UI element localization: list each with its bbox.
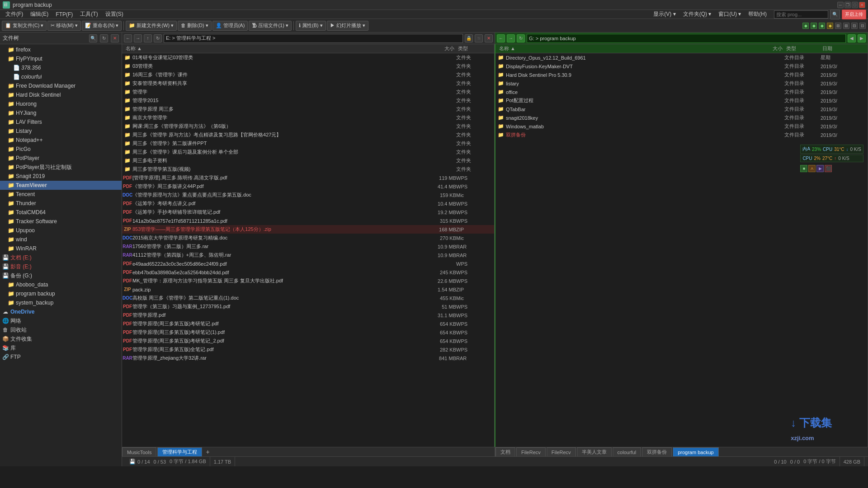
tree-item-huorong[interactable]: 📁 Huorong — [0, 99, 122, 108]
col-size[interactable]: 大小 — [420, 45, 456, 52]
tree-search-button[interactable]: 🔍 — [89, 34, 97, 42]
panel-grid-2[interactable]: ⊞ — [843, 23, 849, 29]
tree-refresh-button[interactable]: ↻ — [100, 34, 108, 42]
file-row[interactable]: 📁周三多《管理学》课后习题及案例分析 单个全部文件夹 — [122, 148, 494, 156]
new-folder-button[interactable]: 📁 新建文件夹(W) ▾ — [126, 21, 177, 31]
file-row[interactable]: 📁安泰管理类考研资料共享文件夹 — [122, 79, 494, 88]
file-row[interactable]: 📁网课:周三多《管理学原理与方法》（第6版）文件夹 — [122, 122, 494, 131]
tab-filerecv1[interactable]: FileRecv — [516, 447, 546, 456]
tab-musictools[interactable]: MusicTools — [122, 447, 156, 456]
panel-grid-4[interactable]: ⊟ — [859, 23, 866, 29]
tree-item-wind[interactable]: 📁 wind — [0, 235, 122, 244]
tree-item-potplayer2[interactable]: 📁 PotPlayer晨习社定制版 — [0, 163, 122, 172]
right-nav-forward[interactable]: → — [507, 34, 515, 42]
restore-button[interactable]: ❐ — [844, 2, 851, 8]
file-row[interactable]: 📁Windows_matlab文件目录2019/3/ — [495, 122, 868, 131]
tree-item-thunder[interactable]: 📁 Thunder — [0, 199, 122, 208]
file-row[interactable]: 📁双拼备份文件目录2019/3/ — [495, 131, 868, 139]
tree-section-g[interactable]: 💾 备份 (G:) — [0, 271, 122, 280]
tree-section-filecollect[interactable]: 📦 文件收集 — [0, 334, 122, 343]
file-row[interactable]: RAR管理学原理_zhejiang大学32讲.rar841 MBRAR — [122, 354, 494, 362]
file-row[interactable]: PDF[管理学原理].周三多.陈明传.高清文字版.pdf119 MBWPS — [122, 174, 494, 182]
tree-item-listary[interactable]: 📁 Listary — [0, 127, 122, 136]
move-button[interactable]: ✂ 移动(M) ▾ — [47, 21, 81, 31]
minimize-button[interactable]: ─ — [837, 2, 844, 8]
file-row[interactable]: 📁周三多《管理学 原与方法》考点精讲及复习思路【官网价格427元】文件夹 — [122, 131, 494, 139]
file-row[interactable]: PDF《运筹学》手抄考研辅导班详细笔记.pdf19.2 MBWPS — [122, 208, 494, 216]
tree-section-e-doc[interactable]: 💾 文档 (E:) — [0, 253, 122, 262]
upgrade-button[interactable]: 开启上传 — [842, 9, 866, 19]
panel-grid-1[interactable]: ⊞ — [835, 23, 841, 29]
rename-button[interactable]: 📝 重命名(N) ▾ — [82, 21, 122, 31]
tree-item-tencent[interactable]: 📁 Tencent — [0, 190, 122, 199]
file-row[interactable]: DOC2015南京大学管理学原理考研复习精编.doc270 KBMic — [122, 234, 494, 242]
file-row[interactable]: 📁16周三多《管理学》课件文件夹 — [122, 70, 494, 79]
file-row[interactable]: PDF管理学原理(周三多第五版)考研笔记(1).pdf654 KBWPS — [122, 328, 494, 337]
panel-green-3[interactable]: ◆ — [819, 23, 825, 29]
tree-section-library[interactable]: 📚 库 — [0, 343, 122, 352]
menu-file[interactable]: 文件(F) — [2, 10, 27, 19]
file-row[interactable]: 📁office文件目录2019/3/ — [495, 88, 868, 96]
menu-tools[interactable]: 工具(T) — [76, 10, 101, 19]
tray-icon-3[interactable]: ▶ — [816, 165, 824, 172]
file-row[interactable]: RAR41112管理学（第四版）+周三多、陈佐明.rar10.9 MBRAR — [122, 251, 494, 259]
left-address-bar[interactable]: E: > 管理科学与工程 > — [164, 34, 463, 43]
nav-back-button[interactable]: ← — [124, 34, 132, 42]
tree-item-lavfilters[interactable]: 📁 LAV Filters — [0, 117, 122, 127]
file-row[interactable]: PDF《运筹学》考研考点讲义.pdf10.4 MBWPS — [122, 199, 494, 208]
nav-up-button[interactable]: ↑ — [144, 34, 152, 42]
file-row[interactable]: 📁snagit2018key文件目录2019/3/ — [495, 113, 868, 122]
left-panel-close[interactable]: ✕ — [485, 34, 493, 42]
col-size[interactable]: 大小 — [748, 45, 784, 52]
menu-window[interactable]: 窗口(U) ▾ — [715, 10, 745, 19]
left-lock-button[interactable]: 🔒 — [465, 34, 473, 42]
right-nav-back[interactable]: ← — [497, 34, 505, 42]
search-input[interactable] — [774, 10, 828, 19]
file-row-selected[interactable]: ZIP853管理学——周三多管理学原理第五版笔记（本人125分）.zip168 … — [122, 225, 494, 234]
file-row[interactable]: 📁管理学2015文件夹 — [122, 96, 494, 105]
menu-view[interactable]: 显示(V) ▾ — [650, 10, 679, 19]
tree-item-aboboo[interactable]: 📁 Aboboo_data — [0, 280, 122, 289]
right-address-bar[interactable]: G: > program backup — [527, 34, 846, 43]
file-row[interactable]: 📁周三多电子资料文件夹 — [122, 156, 494, 165]
tray-icon-1[interactable]: ■ — [800, 165, 807, 172]
tab-programbackup[interactable]: program backup — [673, 447, 719, 456]
file-row[interactable]: 📁管理学原理 周三多文件夹 — [122, 105, 494, 113]
tree-item-flypyinput[interactable]: 📁 FlyPYInput — [0, 54, 122, 63]
tray-icon-2[interactable]: A — [808, 165, 816, 172]
nav-refresh-button[interactable]: ↻ — [154, 34, 162, 42]
tree-item-fdm[interactable]: 📁 Free Download Manager — [0, 81, 122, 90]
tree-item-snagit[interactable]: 📁 Snagit 2019 — [0, 172, 122, 181]
tree-section-network[interactable]: 🌐 网络 — [0, 316, 122, 325]
file-row[interactable]: 📁Directory_Opus_v12.12_Build_6961文件目录星期 — [495, 53, 868, 62]
file-row[interactable]: DOC《管理学原理与方法》重点要点要点周三多第五版.doc159 KBMic — [122, 191, 494, 199]
file-row[interactable]: PDF管理学（第三版）习题与案例_12737951.pdf51 MBWPS — [122, 302, 494, 311]
file-row[interactable]: 📁周三多《管理学》第二版课件PPT文件夹 — [122, 139, 494, 148]
file-row[interactable]: 📁管理学文件夹 — [122, 88, 494, 96]
menu-ftp[interactable]: FTP(F) — [52, 10, 76, 19]
left-panel-yellow[interactable]: ◾ — [475, 34, 483, 42]
col-type[interactable]: 类型 — [784, 45, 821, 52]
nav-forward-button[interactable]: → — [134, 34, 142, 42]
file-row[interactable]: PDFe49aad65222a3c0c3ec505d86ec24f09.pdfW… — [122, 259, 494, 268]
file-row[interactable]: 📁listary文件目录2019/3/ — [495, 79, 868, 88]
tree-item-programbackup[interactable]: 📁 program backup — [0, 289, 122, 298]
file-row[interactable]: 📁QTabBar文件目录2019/3/ — [495, 105, 868, 113]
tree-item-potplayer[interactable]: 📁 PotPlayer — [0, 154, 122, 163]
tree-item-tracker[interactable]: 📁 Tracker Software — [0, 217, 122, 226]
tab-wendang[interactable]: 文档 — [495, 447, 515, 456]
admin-button[interactable]: 👤 管理员(A) — [212, 21, 248, 31]
tab-colourful[interactable]: colourful — [613, 447, 642, 456]
menu-help[interactable]: 帮助(H) — [745, 10, 770, 19]
tab-add-left[interactable]: + — [203, 447, 212, 456]
file-row[interactable]: PDF141a2b0ac8757e1f7d58711211285a1c.pdf3… — [122, 216, 494, 225]
menu-settings[interactable]: 设置(S) — [102, 10, 127, 19]
tree-item-winrar[interactable]: 📁 WinRAR — [0, 244, 122, 253]
file-row[interactable]: 📁DisplayFusion-KeyMaker-DVT文件目录2019/3/ — [495, 62, 868, 70]
file-row[interactable]: 📁南京大学管理学文件夹 — [122, 113, 494, 122]
tree-item-teamviewer[interactable]: 📁 TeamViewer — [0, 181, 122, 190]
tab-shuangpin[interactable]: 双拼备份 — [642, 447, 672, 456]
file-row[interactable]: PDF《管理学》周三多版讲义44P.pdf41.4 MBWPS — [122, 182, 494, 191]
copy-button[interactable]: 📋 复制文件(C) ▾ — [2, 21, 47, 31]
slideshow-button[interactable]: ▶ 幻灯片播放 ▾ — [327, 21, 368, 31]
